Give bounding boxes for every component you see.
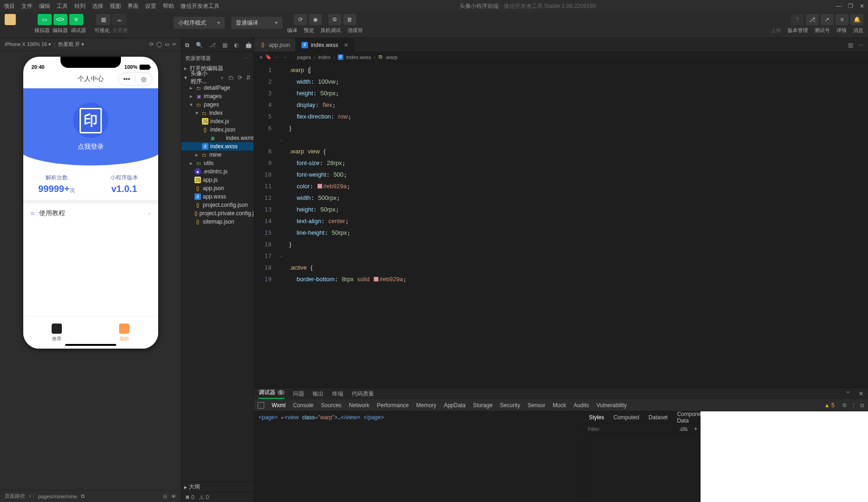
add-style-icon[interactable]: + [691, 426, 700, 432]
device-select[interactable]: iPhone X 100% 16 ▾ [5, 41, 51, 47]
dataset-tab[interactable]: Dataset [644, 411, 672, 423]
maximize-icon[interactable]: ❐ [848, 3, 853, 9]
tree-index-wxss[interactable]: #index.wxss [181, 142, 254, 151]
sim-cut-icon[interactable]: ✂ [172, 41, 176, 47]
tree-index-wxml[interactable]: ▣index.wxml [181, 134, 254, 142]
tab-index-wxss[interactable]: #index.wxss✕ [296, 38, 354, 52]
menu-devtools[interactable]: 微信开发者工具 [180, 2, 220, 10]
sim-screenshot-icon[interactable]: ◎ [163, 493, 167, 499]
tree-detailpage[interactable]: ▸🗀detailPage [181, 84, 254, 92]
devtab-console[interactable]: Console [293, 402, 314, 409]
avatar[interactable] [5, 14, 16, 25]
bc-pages[interactable]: pages [297, 54, 311, 60]
explorer-more-icon[interactable]: ⋯ [245, 55, 250, 61]
sim-phone-icon[interactable]: ▭ [165, 41, 169, 47]
tree-eslint[interactable]: ●.eslintrc.js [181, 167, 254, 176]
refresh-tree-icon[interactable]: ⟳ [238, 74, 242, 81]
menu-interface[interactable]: 界面 [127, 2, 139, 10]
dbg-close-icon[interactable]: ✕ [859, 390, 863, 397]
simulator-toggle[interactable]: ▭ [38, 14, 52, 25]
tree-index-folder[interactable]: ▾🗀index [181, 109, 254, 117]
outline-section[interactable]: ▸大纲 [181, 482, 254, 492]
devtools-more-icon[interactable]: ⋮ [851, 402, 856, 409]
visual-toggle[interactable]: ▦ [96, 14, 110, 25]
menu-goto[interactable]: 转到 [74, 2, 86, 10]
hot-reload-select[interactable]: 热重载 开 ▾ [58, 41, 84, 48]
robot-icon[interactable]: 🤖 [245, 42, 252, 48]
tree-pages[interactable]: ▾🗀pages [181, 100, 254, 109]
menu-select[interactable]: 选择 [92, 2, 103, 10]
bc-selector[interactable]: .warp [385, 54, 398, 60]
cloud-dev-toggle[interactable]: ☁ [112, 14, 126, 25]
tree-app-json[interactable]: {}app.json [181, 184, 254, 192]
tree-index-json[interactable]: {}index.json [181, 126, 254, 134]
mode-select[interactable]: 小程序模式▾ [174, 17, 225, 29]
tree-sitemap[interactable]: {}sitemap.json [181, 218, 254, 226]
capsule-close-icon[interactable]: ◎ [135, 75, 152, 83]
wxml-tree[interactable]: <page> ▸<view class="warp">…</view> </pa… [254, 411, 584, 502]
remote-debug-button[interactable]: ⚙ [328, 14, 341, 25]
devtab-mock[interactable]: Mock [553, 402, 566, 409]
new-folder-icon[interactable]: 🗀 [228, 74, 234, 81]
styles-tab[interactable]: Styles [584, 411, 609, 423]
ext-icon[interactable]: ▦ [222, 42, 227, 48]
message-button[interactable]: 🔔 [850, 14, 863, 25]
menu-settings[interactable]: 设置 [145, 2, 156, 10]
devtab-sensor[interactable]: Sensor [527, 402, 545, 409]
tutorial-row[interactable]: ⌗ 使用教程 › [23, 200, 158, 223]
editor-more-icon[interactable]: ⋯ [858, 42, 863, 48]
sim-refresh-icon[interactable]: ⟳ [149, 41, 154, 47]
menu-project[interactable]: 项目 [4, 2, 15, 10]
close-tab-icon[interactable]: ✕ [344, 42, 348, 48]
warning-count[interactable]: ⚠ 0 [199, 494, 209, 501]
mock-icon[interactable]: ◐ [234, 42, 239, 48]
tab-app-json[interactable]: {}app.json [254, 38, 296, 52]
sim-eye-icon[interactable]: 👁 [171, 494, 176, 499]
cls-toggle[interactable]: .cls [675, 426, 691, 432]
split-icon[interactable]: ▥ [848, 42, 853, 48]
compile-select[interactable]: 普通编译▾ [231, 17, 282, 29]
tree-images[interactable]: ▸▣images [181, 92, 254, 100]
dbg-tab-terminal[interactable]: 终端 [332, 390, 343, 398]
computed-tab[interactable]: Computed [609, 411, 644, 423]
minimize-icon[interactable]: — [836, 3, 841, 9]
dbg-tab-quality[interactable]: 代码质量 [352, 390, 374, 398]
bc-list-icon[interactable]: ≡ [260, 54, 262, 60]
tree-app-wxss[interactable]: #app.wxss [181, 192, 254, 201]
menu-view[interactable]: 视图 [110, 2, 121, 10]
tree-project-config[interactable]: {}project.config.json [181, 201, 254, 209]
devtab-sources[interactable]: Sources [321, 402, 341, 409]
compile-button[interactable]: ⟳ [294, 14, 307, 25]
clear-cache-button[interactable]: 🗑 [343, 14, 356, 25]
new-file-icon[interactable]: ＋ [219, 74, 225, 82]
error-count[interactable]: ✖ 0 [185, 494, 194, 501]
code-content[interactable]: .warp { width: 100vw; height: 50rpx; dis… [286, 62, 868, 388]
menu-tools[interactable]: 工具 [57, 2, 68, 10]
devtab-vuln[interactable]: Vulnerability [596, 402, 627, 409]
bc-file[interactable]: index.wxss [346, 54, 371, 60]
fold-gutter[interactable]: ⌄⌄ [277, 62, 286, 388]
dbg-tab-debugger[interactable]: 调试器5 [259, 389, 285, 399]
bc-forward-icon[interactable]: → [282, 54, 287, 60]
bc-index[interactable]: index [318, 54, 330, 60]
menu-edit[interactable]: 编辑 [39, 2, 50, 10]
devtab-wxml[interactable]: Wxml [272, 402, 286, 409]
dbg-tab-problems[interactable]: 问题 [293, 390, 304, 398]
devtab-appdata[interactable]: AppData [444, 402, 466, 409]
devtab-storage[interactable]: Storage [473, 402, 493, 409]
dbg-collapse-icon[interactable]: ⌃ [846, 390, 850, 397]
styles-filter-input[interactable] [584, 426, 675, 432]
devtools-dock-icon[interactable]: ⧉ [860, 402, 864, 409]
menu-file[interactable]: 文件 [21, 2, 33, 10]
capsule-more-icon[interactable]: ••• [119, 75, 135, 83]
collapse-tree-icon[interactable]: ⇵ [246, 74, 251, 81]
devtab-security[interactable]: Security [500, 402, 520, 409]
devtools-gear-icon[interactable]: ⚙ [842, 402, 847, 409]
editor-toggle[interactable]: </> [53, 14, 67, 25]
close-icon[interactable]: ✕ [860, 3, 864, 9]
element-picker-icon[interactable] [258, 402, 264, 409]
dbg-tab-output[interactable]: 输出 [313, 390, 324, 398]
project-header[interactable]: ▾头像小程序... ＋ 🗀 ⟳ ⇵ [181, 73, 254, 83]
copy-path-icon[interactable]: ⧉ [81, 493, 85, 499]
menu-help[interactable]: 帮助 [163, 2, 174, 10]
